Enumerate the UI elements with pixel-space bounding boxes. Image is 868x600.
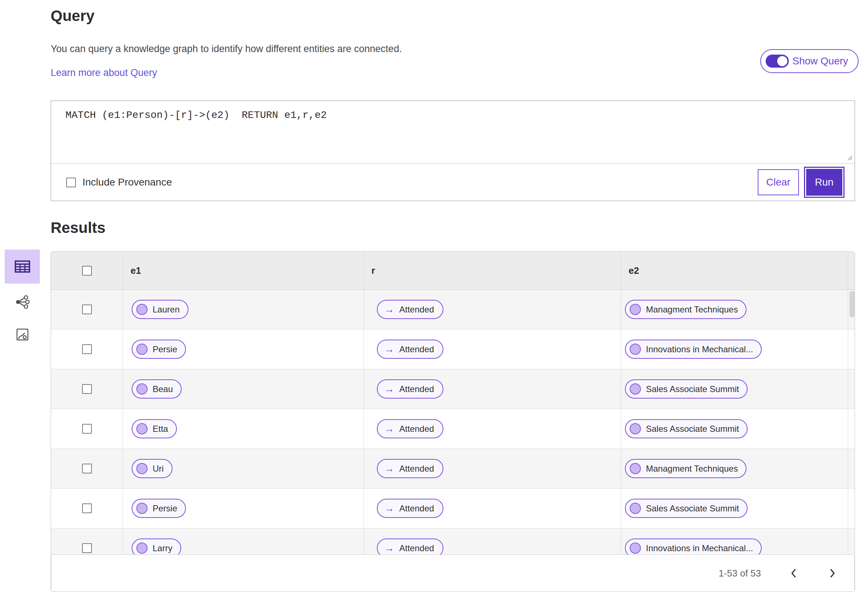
entity-pill-e2[interactable]: Sales Associate Summit	[625, 419, 748, 438]
graph-network-icon	[15, 294, 30, 309]
entity-pill-e2[interactable]: Innovations in Mechanical...	[625, 339, 762, 359]
row-checkbox[interactable]	[82, 503, 92, 513]
entity-pill-e2[interactable]: Managment Techniques	[625, 300, 747, 319]
arrow-right-icon: →	[381, 344, 394, 355]
entity-pill-e2[interactable]: Sales Associate Summit	[625, 499, 748, 518]
table-row: Etta → Attended Sales Associate Summit	[51, 409, 854, 449]
chart-view-button[interactable]	[5, 318, 40, 352]
include-provenance-checkbox[interactable]	[66, 177, 76, 187]
table-header-row: e1 r e2	[51, 252, 854, 290]
entity-pill-e1[interactable]: Etta	[132, 419, 177, 438]
relation-pill[interactable]: → Attended	[377, 379, 444, 398]
table-row: Persie → Attended Innovations in Mechani…	[51, 329, 854, 369]
entity-pill-e1[interactable]: Persie	[132, 339, 186, 359]
column-header-e2: e2	[621, 252, 848, 289]
query-editor-footer: Include Provenance Clear Run	[51, 164, 854, 201]
arrow-right-icon: →	[381, 503, 394, 514]
entity-pill-e1[interactable]: Uri	[132, 459, 173, 478]
resize-handle-icon[interactable]	[846, 155, 853, 161]
query-editor-panel: MATCH (e1:Person)-[r]->(e2) RETURN e1,r,…	[51, 100, 855, 201]
table-row: Persie → Attended Sales Associate Summit	[51, 489, 854, 529]
query-input[interactable]: MATCH (e1:Person)-[r]->(e2) RETURN e1,r,…	[51, 101, 854, 164]
entity-node-icon	[630, 304, 641, 315]
relation-pill[interactable]: → Attended	[377, 339, 444, 359]
entity-node-icon	[136, 463, 148, 474]
relation-pill[interactable]: → Attended	[377, 459, 444, 478]
row-checkbox[interactable]	[82, 305, 92, 314]
vertical-scrollbar[interactable]	[850, 291, 855, 318]
entity-node-icon	[630, 463, 641, 474]
toggle-switch-icon[interactable]	[766, 55, 789, 68]
row-checkbox[interactable]	[82, 424, 92, 433]
entity-pill-e2[interactable]: Managment Techniques	[625, 459, 747, 478]
table-view-icon	[14, 258, 31, 275]
show-query-toggle-button[interactable]: Show Query	[760, 49, 859, 73]
select-all-checkbox[interactable]	[82, 266, 92, 276]
query-page: Query You can query a knowledge graph to…	[0, 0, 868, 600]
arrow-right-icon: →	[381, 543, 394, 553]
entity-pill-e1[interactable]: Beau	[132, 379, 182, 398]
chevron-left-icon	[790, 568, 798, 579]
arrow-right-icon: →	[381, 424, 394, 434]
entity-node-icon	[630, 542, 641, 554]
row-checkbox[interactable]	[82, 344, 92, 354]
chart-curve-icon	[15, 327, 30, 342]
entity-node-icon	[136, 542, 148, 554]
clear-button[interactable]: Clear	[758, 169, 799, 195]
arrow-right-icon: →	[381, 464, 394, 474]
entity-node-icon	[136, 383, 148, 395]
entity-node-icon	[136, 423, 148, 434]
entity-node-icon	[630, 383, 641, 395]
table-view-button[interactable]	[5, 250, 40, 283]
results-title: Results	[51, 219, 106, 236]
row-checkbox[interactable]	[82, 384, 92, 394]
entity-pill-e1[interactable]: Persie	[132, 499, 186, 518]
learn-more-link[interactable]: Learn more about Query	[51, 67, 157, 79]
relation-pill[interactable]: → Attended	[377, 300, 444, 319]
pagination-bar: 1-53 of 53	[51, 555, 854, 592]
arrow-right-icon: →	[381, 384, 394, 394]
table-row: Lauren → Attended Managment Techniques	[51, 290, 854, 329]
show-query-label: Show Query	[792, 55, 848, 67]
column-header-e1: e1	[123, 252, 364, 289]
row-checkbox[interactable]	[82, 543, 92, 553]
next-page-button[interactable]	[827, 567, 838, 580]
chevron-right-icon	[828, 568, 836, 579]
results-table-body: Lauren → Attended Managment Techniques P…	[51, 290, 854, 568]
arrow-right-icon: →	[381, 305, 394, 315]
include-provenance-option[interactable]: Include Provenance	[66, 176, 172, 188]
page-title: Query	[51, 7, 94, 24]
table-row: Uri → Attended Managment Techniques	[51, 449, 854, 489]
run-button[interactable]: Run	[804, 167, 844, 198]
table-row: Beau → Attended Sales Associate Summit	[51, 369, 854, 409]
entity-node-icon	[630, 503, 641, 514]
relation-pill[interactable]: → Attended	[377, 419, 444, 438]
previous-page-button[interactable]	[788, 567, 799, 580]
column-header-r: r	[364, 252, 621, 289]
graph-view-button[interactable]	[5, 285, 40, 319]
pagination-range-label: 1-53 of 53	[719, 568, 761, 579]
entity-node-icon	[630, 344, 641, 355]
entity-pill-e1[interactable]: Lauren	[132, 300, 188, 319]
entity-pill-e2[interactable]: Sales Associate Summit	[625, 379, 748, 398]
results-table: e1 r e2 Lauren → Attended Managment Tech…	[51, 252, 855, 592]
toggle-knob	[777, 56, 787, 66]
entity-node-icon	[136, 503, 148, 514]
run-button-label: Run	[806, 169, 842, 195]
relation-pill[interactable]: → Attended	[377, 499, 444, 518]
row-checkbox[interactable]	[82, 464, 92, 473]
entity-node-icon	[630, 423, 641, 434]
page-description: You can query a knowledge graph to ident…	[51, 43, 402, 55]
include-provenance-label: Include Provenance	[82, 176, 172, 188]
entity-node-icon	[136, 304, 148, 315]
entity-node-icon	[136, 344, 148, 355]
